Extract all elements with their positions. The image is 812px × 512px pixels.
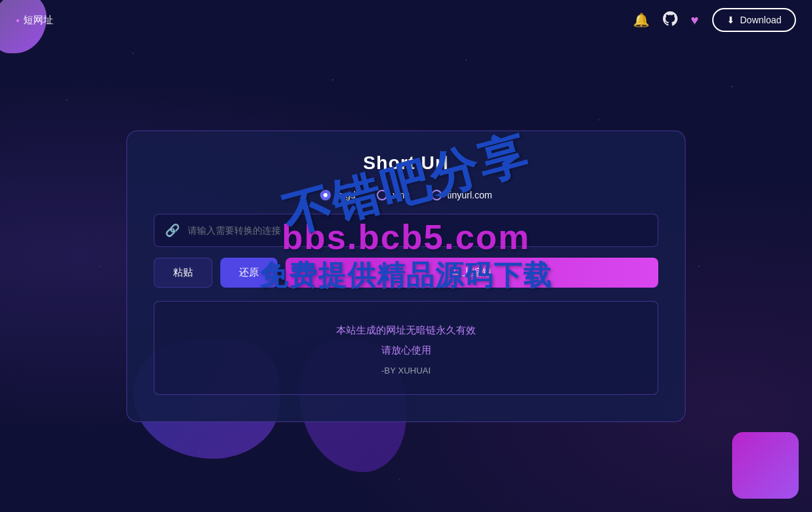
url-input-row: 🔗 xyxy=(154,214,658,247)
brand-dot: • xyxy=(16,15,19,26)
paste-button[interactable]: 粘贴 xyxy=(154,258,212,288)
heart-icon[interactable]: ♥ xyxy=(691,13,699,28)
card-title: Short Url xyxy=(154,152,658,174)
main-content: Short Url is.gd v.nu tinyurl.com 🔗 粘贴 xyxy=(0,40,812,512)
url-input[interactable] xyxy=(188,225,647,236)
radio-isgd-circle xyxy=(320,190,331,200)
info-by: -BY XUHUAI xyxy=(168,366,644,376)
info-line1: 本站生成的网址无暗链永久有效 xyxy=(168,320,644,340)
card: Short Url is.gd v.nu tinyurl.com 🔗 粘贴 xyxy=(126,130,686,422)
brand: • 短网址 xyxy=(16,14,53,27)
navbar-right: 🔔 ♥ ⬇ Download xyxy=(633,8,796,32)
radio-tinyurl-label: tinyurl.com xyxy=(447,190,493,200)
link-icon: 🔗 xyxy=(165,223,180,238)
github-icon[interactable] xyxy=(663,11,678,29)
radio-vnu-circle xyxy=(377,190,387,200)
brand-label: 短网址 xyxy=(23,14,53,27)
radio-tinyurl[interactable]: tinyurl.com xyxy=(431,190,493,200)
radio-isgd[interactable]: is.gd xyxy=(320,190,356,200)
radio-vnu[interactable]: v.nu xyxy=(377,190,409,200)
radio-tinyurl-circle xyxy=(431,190,442,200)
radio-vnu-label: v.nu xyxy=(393,190,409,200)
info-box: 本站生成的网址无暗链永久有效 请放心使用 -BY XUHUAI xyxy=(154,301,658,395)
buttons-row: 粘贴 还原 马上缩短 xyxy=(154,258,658,288)
radio-isgd-label: is.gd xyxy=(336,190,356,200)
download-icon: ⬇ xyxy=(727,15,735,25)
shorten-button[interactable]: 马上缩短 xyxy=(286,258,658,288)
info-line2: 请放心使用 xyxy=(168,340,644,360)
navbar: • 短网址 🔔 ♥ ⬇ Download xyxy=(0,0,812,40)
download-button[interactable]: ⬇ Download xyxy=(712,8,796,32)
restore-button[interactable]: 还原 xyxy=(220,258,278,288)
bell-icon[interactable]: 🔔 xyxy=(633,12,650,28)
radio-group: is.gd v.nu tinyurl.com xyxy=(154,190,658,200)
download-label: Download xyxy=(740,15,781,25)
